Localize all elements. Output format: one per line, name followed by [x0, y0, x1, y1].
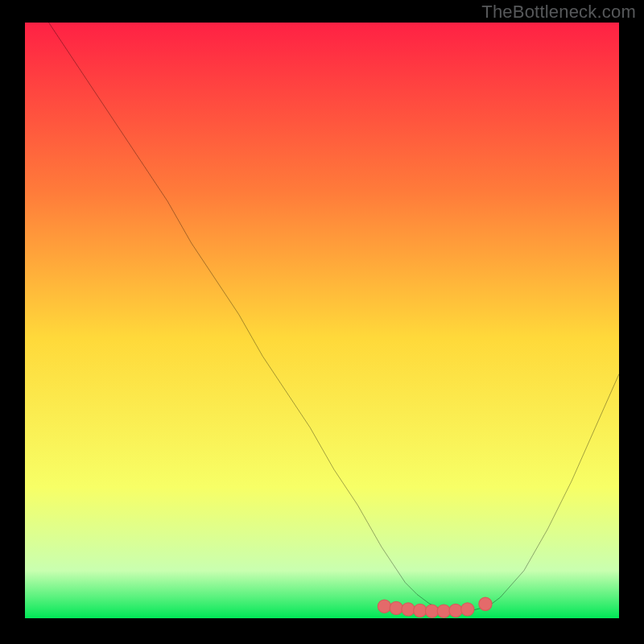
highlight-marker [461, 603, 474, 616]
chart-frame: TheBottleneck.com [0, 0, 644, 644]
highlight-marker [449, 604, 462, 617]
highlight-marker [437, 605, 450, 617]
bottleneck-chart [25, 23, 619, 618]
highlight-marker [378, 600, 390, 613]
watermark-text: TheBottleneck.com [481, 2, 636, 23]
highlight-marker [479, 597, 492, 610]
highlight-marker [402, 603, 415, 616]
highlight-marker [390, 601, 402, 614]
plot-background [25, 23, 619, 618]
highlight-marker [425, 605, 438, 617]
highlight-marker [414, 604, 427, 617]
